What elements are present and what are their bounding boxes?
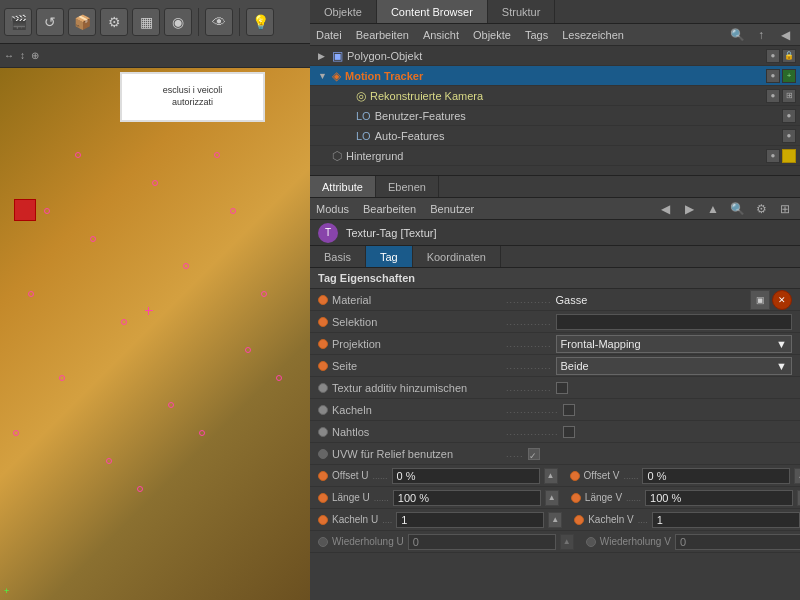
prop-checkbox-nahtlos[interactable] [563, 426, 575, 438]
prop-dropdown-projektion[interactable]: Frontal-Mapping ▼ [556, 335, 792, 353]
tool-icon-3[interactable]: 📦 [68, 8, 96, 36]
prop-circle-kacheln[interactable] [318, 405, 328, 415]
input-laenge-u[interactable] [393, 490, 541, 506]
prop-circle-material[interactable] [318, 295, 328, 305]
vis-btn-rek[interactable]: ● [766, 89, 780, 103]
circle-offset-v[interactable] [570, 471, 580, 481]
tool-icon-8[interactable]: 💡 [246, 8, 274, 36]
tree-row-polygon[interactable]: ▶ ▣ Polygon-Objekt ● 🔒 [310, 46, 800, 66]
tree-row-motion-tracker[interactable]: ▼ ◈ Motion Tracker ● + [310, 66, 800, 86]
tree-row-rekonstruierte[interactable]: ◎ Rekonstruierte Kamera ● ⊞ [310, 86, 800, 106]
spin-laenge-u[interactable]: ▲ [545, 490, 559, 506]
tree-row-benutzer[interactable]: LO Benutzer-Features ● [310, 106, 800, 126]
input-kacheln-v[interactable] [652, 512, 800, 528]
menu-tags[interactable]: Tags [525, 29, 548, 41]
material-clear-btn[interactable]: ✕ [772, 290, 792, 310]
circle-offset-u[interactable] [318, 471, 328, 481]
circle-wiederholung-v[interactable] [586, 537, 596, 547]
tab-struktur[interactable]: Struktur [488, 0, 556, 23]
add-btn-mt[interactable]: + [782, 69, 796, 83]
attr-tab-ebenen[interactable]: Ebenen [376, 176, 439, 197]
input-offset-v[interactable] [642, 468, 790, 484]
input-laenge-v[interactable] [645, 490, 793, 506]
vis-btn-hg[interactable]: ● [766, 149, 780, 163]
attr-bearbeiten[interactable]: Bearbeiten [363, 203, 416, 215]
input-kacheln-u[interactable] [396, 512, 544, 528]
sub-tab-koordinaten[interactable]: Koordinaten [413, 246, 501, 267]
vis-btn-af[interactable]: ● [782, 129, 796, 143]
attr-arrow-right[interactable]: ▶ [680, 200, 698, 218]
spin-up-offset-u[interactable]: ▲ [544, 468, 558, 484]
viewport-canvas[interactable]: esclusi i veicoliautorizzati + ○ + [0, 44, 310, 600]
input-offset-u[interactable] [392, 468, 540, 484]
circle-laenge-v[interactable] [571, 493, 581, 503]
input-wiederholung-u[interactable] [408, 534, 556, 550]
menu-bearbeiten[interactable]: Bearbeiten [356, 29, 409, 41]
track-dot [230, 208, 236, 214]
color-btn-hg[interactable] [782, 149, 796, 163]
circle-kacheln-v[interactable] [574, 515, 584, 525]
arrow-up-icon[interactable]: ↑ [752, 26, 770, 44]
sub-tab-tag[interactable]: Tag [366, 246, 413, 267]
prop-input-selektion[interactable] [556, 314, 792, 330]
vis-btn-mt[interactable]: ● [766, 69, 780, 83]
spin-wiederholung-u[interactable]: ▲ [560, 534, 574, 550]
circle-kacheln-u[interactable] [318, 515, 328, 525]
menu-objekte[interactable]: Objekte [473, 29, 511, 41]
label-offset-v: Offset V [584, 470, 620, 481]
vp-control-3[interactable]: ⊕ [31, 50, 39, 61]
attr-expand[interactable]: ⊞ [776, 200, 794, 218]
attr-benutzer[interactable]: Benutzer [430, 203, 474, 215]
vis-btn-bf[interactable]: ● [782, 109, 796, 123]
tool-icon-2[interactable]: ↺ [36, 8, 64, 36]
attr-settings[interactable]: ⚙ [752, 200, 770, 218]
tab-content-browser[interactable]: Content Browser [377, 0, 488, 23]
vis-btn[interactable]: ● [766, 49, 780, 63]
prop-checkbox-uvw[interactable] [528, 448, 540, 460]
attr-tab-attribute[interactable]: Attribute [310, 176, 376, 197]
expand-btn-rek[interactable]: ⊞ [782, 89, 796, 103]
prop-circle-ta[interactable] [318, 383, 328, 393]
tool-icon-4[interactable]: ⚙ [100, 8, 128, 36]
input-wiederholung-v[interactable] [675, 534, 800, 550]
row-offset: Offset U ...... ▲ Offset V ...... ▲ [310, 465, 800, 487]
dots-offset-u: ...... [373, 471, 388, 481]
prop-circle-projektion[interactable] [318, 339, 328, 349]
attr-arrow-left[interactable]: ◀ [656, 200, 674, 218]
label-wiederholung-u: Wiederholung U [332, 536, 404, 547]
tool-icon-7[interactable]: 👁 [205, 8, 233, 36]
prop-checkbox-kacheln[interactable] [563, 404, 575, 416]
sub-tab-basis[interactable]: Basis [310, 246, 366, 267]
attr-search[interactable]: 🔍 [728, 200, 746, 218]
circle-wiederholung-u[interactable] [318, 537, 328, 547]
attr-arrow-up[interactable]: ▲ [704, 200, 722, 218]
viewport-controls: ↔ ↕ ⊕ [0, 44, 310, 68]
tree-row-auto[interactable]: LO Auto-Features ● [310, 126, 800, 146]
tool-icon-5[interactable]: ▦ [132, 8, 160, 36]
prop-circle-selektion[interactable] [318, 317, 328, 327]
vp-control-2[interactable]: ↕ [20, 50, 25, 61]
prop-dropdown-seite[interactable]: Beide ▼ [556, 357, 792, 375]
tool-icon-1[interactable]: 🎬 [4, 8, 32, 36]
viewport[interactable]: esclusi i veicoliautorizzati + ○ + [0, 44, 310, 600]
tree-icons-bf: ● [782, 109, 796, 123]
prop-checkbox-ta[interactable] [556, 382, 568, 394]
menu-datei[interactable]: Datei [316, 29, 342, 41]
prop-circle-uvw[interactable] [318, 449, 328, 459]
lock-btn[interactable]: 🔒 [782, 49, 796, 63]
circle-laenge-u[interactable] [318, 493, 328, 503]
prop-circle-seite[interactable] [318, 361, 328, 371]
menu-ansicht[interactable]: Ansicht [423, 29, 459, 41]
tab-objekte[interactable]: Objekte [310, 0, 377, 23]
attr-modus[interactable]: Modus [316, 203, 349, 215]
tree-row-hintergrund[interactable]: ⬡ Hintergrund ● [310, 146, 800, 166]
menu-lesezeichen[interactable]: Lesezeichen [562, 29, 624, 41]
vp-control-1[interactable]: ↔ [4, 50, 14, 61]
search-icon[interactable]: 🔍 [728, 26, 746, 44]
spin-kacheln-u[interactable]: ▲ [548, 512, 562, 528]
arrow-left-icon[interactable]: ◀ [776, 26, 794, 44]
spin-up-offset-v[interactable]: ▲ [794, 468, 800, 484]
tool-icon-6[interactable]: ◉ [164, 8, 192, 36]
prop-circle-nahtlos[interactable] [318, 427, 328, 437]
material-pick-btn[interactable]: ▣ [750, 290, 770, 310]
